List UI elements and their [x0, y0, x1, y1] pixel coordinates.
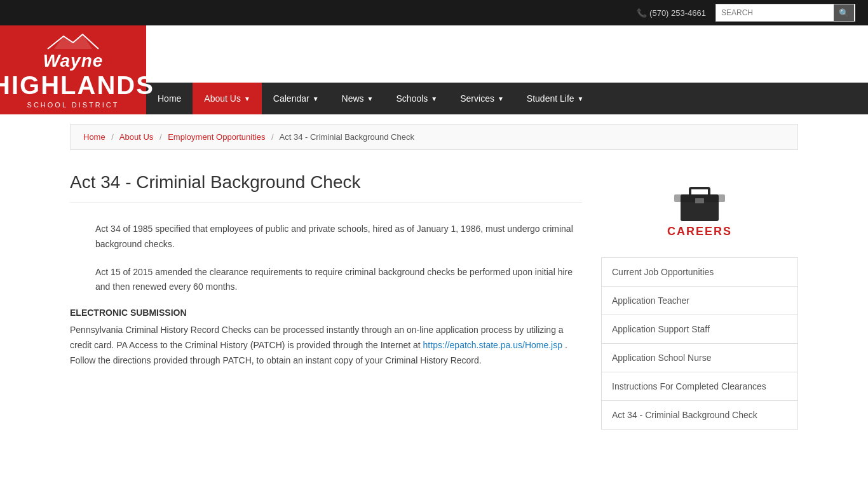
services-dropdown-arrow: ▼	[498, 95, 504, 102]
nav-calendar[interactable]: Calendar ▼	[262, 83, 330, 114]
sidebar-item-instructions-clearances[interactable]: Instructions For Completed Clearances	[602, 372, 797, 401]
sidebar-item-application-support-staff[interactable]: Application Support Staff	[602, 315, 797, 344]
search-button[interactable]: 🔍	[834, 4, 854, 21]
breadcrumb-sep-3: /	[271, 132, 274, 142]
section-heading: ELECTRONIC SUBMISSION	[70, 308, 582, 318]
breadcrumb-home[interactable]: Home	[83, 132, 105, 142]
logo-school: School District	[0, 101, 154, 109]
sidebar-item-application-teacher[interactable]: Application Teacher	[602, 287, 797, 315]
logo: Wayne Highlands School District	[0, 31, 154, 109]
nav-services[interactable]: Services ▼	[449, 83, 515, 114]
search-input[interactable]	[716, 4, 834, 21]
sidebar-item-job-opportunities[interactable]: Current Job Opportunities	[602, 258, 797, 287]
top-bar: 📞 (570) 253-4661 🔍	[0, 0, 868, 25]
header: Wayne Highlands School District Home Abo…	[0, 25, 868, 114]
main-layout: Act 34 - Criminial Background Check Act …	[70, 159, 798, 455]
sidebar-menu: Current Job Opportunities Application Te…	[601, 257, 798, 430]
careers-label: CAREERS	[614, 225, 785, 238]
paragraph-2: Act 15 of 2015 amended the clearance req…	[70, 265, 582, 295]
content-area: Act 34 - Criminial Background Check Act …	[70, 159, 582, 430]
sidebar: CAREERS Current Job Opportunities Applic…	[601, 159, 798, 430]
patch-link[interactable]: https://epatch.state.pa.us/Home.jsp	[423, 340, 562, 350]
nav-about[interactable]: About Us ▼	[193, 83, 262, 114]
phone-number: 📞 (570) 253-4661	[637, 8, 706, 18]
logo-box[interactable]: Wayne Highlands School District	[0, 25, 146, 114]
search-container: 🔍	[715, 4, 855, 22]
page-title: Act 34 - Criminial Background Check	[70, 172, 582, 203]
sidebar-item-application-school-nurse[interactable]: Application School Nurse	[602, 344, 797, 372]
nav-news[interactable]: News ▼	[330, 83, 385, 114]
paragraph-3: Pennsylvania Criminal History Record Che…	[70, 323, 582, 368]
nav-schools[interactable]: Schools ▼	[385, 83, 449, 114]
electronic-submission-section: ELECTRONIC SUBMISSION Pennsylvania Crimi…	[70, 308, 582, 368]
schools-dropdown-arrow: ▼	[431, 95, 437, 102]
calendar-dropdown-arrow: ▼	[313, 95, 319, 102]
logo-highlands: Highlands	[0, 71, 154, 99]
breadcrumb-sep-1: /	[111, 132, 114, 142]
breadcrumb-employment[interactable]: Employment Opportunities	[168, 132, 265, 142]
careers-box: CAREERS	[601, 159, 798, 251]
nav-area: Home About Us ▼ Calendar ▼ News ▼ School…	[146, 25, 868, 114]
breadcrumb: Home / About Us / Employment Opportuniti…	[70, 124, 798, 150]
news-dropdown-arrow: ▼	[367, 95, 374, 102]
breadcrumb-current: Act 34 - Criminial Background Check	[280, 132, 414, 142]
nav-student-life[interactable]: Student Life ▼	[515, 83, 595, 114]
svg-rect-4	[695, 198, 704, 203]
paragraph-1: Act 34 of 1985 specified that employees …	[70, 222, 582, 252]
logo-wayne: Wayne	[0, 51, 154, 71]
briefcase-icon	[674, 179, 725, 223]
sidebar-item-act34[interactable]: Act 34 - Criminial Background Check	[602, 401, 797, 429]
student-life-dropdown-arrow: ▼	[578, 95, 584, 102]
svg-marker-0	[54, 34, 92, 49]
nav-bar: Home About Us ▼ Calendar ▼ News ▼ School…	[146, 83, 868, 114]
about-dropdown-arrow: ▼	[244, 95, 250, 102]
breadcrumb-sep-2: /	[159, 132, 162, 142]
breadcrumb-about[interactable]: About Us	[119, 132, 153, 142]
